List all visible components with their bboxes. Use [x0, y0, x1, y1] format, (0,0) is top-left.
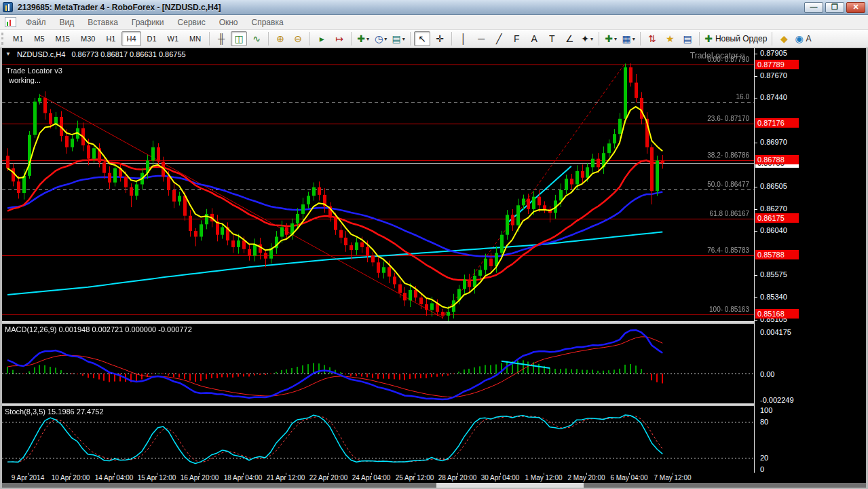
vertical-line-icon: │ — [461, 33, 467, 44]
zoom-out-button[interactable]: ⊖ — [290, 31, 306, 46]
zoom-in-button[interactable]: ⊕ — [272, 31, 288, 46]
toolbar-separator — [451, 32, 452, 46]
trendline-button[interactable]: ╱ — [491, 31, 507, 46]
stoch-scale-label: 80 — [760, 418, 768, 426]
price-axis-label: 0.86970 — [760, 138, 787, 146]
close-button[interactable]: ✕ — [846, 2, 865, 13]
pane-splitter-macd[interactable] — [2, 321, 866, 324]
timeframe-m30-button[interactable]: M30 — [76, 31, 100, 46]
time-axis[interactable]: 9 Apr 201410 Apr 20:0014 Apr 04:0015 Apr… — [2, 473, 866, 483]
chart-shift-button[interactable]: ↦ — [331, 31, 347, 46]
favorites-button[interactable]: ★ — [662, 31, 678, 46]
new-chart-button[interactable]: ✚▾ — [355, 31, 371, 46]
chart-ohlc-values: 0.86773 0.86817 0.86631 0.86755 — [71, 50, 185, 58]
text-label-icon: T — [549, 33, 555, 44]
auto-scroll-button[interactable]: ▸ — [314, 31, 330, 46]
level-price-tag: 0.85168 — [755, 309, 799, 319]
fib-level-label: 100- 0.85163 — [573, 306, 749, 313]
toolbar-separator — [410, 32, 411, 46]
macd-pane-canvas[interactable] — [2, 324, 754, 403]
horizontal-line-button[interactable]: ─ — [473, 31, 489, 46]
price-scale[interactable]: 0.879050.876700.874400.869700.865050.862… — [754, 48, 866, 473]
macd-scale-label: 0.004175 — [760, 328, 791, 336]
fib-level-label: 23.6- 0.87170 — [573, 115, 749, 122]
dropdown-arrow-icon[interactable]: ▾ — [590, 36, 593, 42]
dropdown-arrow-icon[interactable]: ▾ — [384, 36, 387, 42]
mailbox-button[interactable]: ◆ — [776, 31, 792, 46]
menu-item-view[interactable]: Вид — [53, 16, 81, 29]
menu-item-insert[interactable]: Вставка — [81, 16, 125, 29]
cursor-button[interactable]: ↖ — [414, 31, 430, 46]
text-icon: A — [531, 33, 537, 44]
time-axis-label: 2 May 20:00 — [567, 474, 605, 482]
period-windows-button[interactable]: ▦▾ — [620, 31, 637, 46]
period-windows-icon: ▦ — [622, 33, 631, 44]
stoch-pane-canvas[interactable] — [2, 406, 754, 473]
new-order-button[interactable]: ✚Новый Ордер — [703, 31, 768, 46]
time-axis-label: 14 Apr 04:00 — [95, 474, 134, 482]
price-axis-tick — [755, 76, 757, 77]
crosshair-button[interactable]: ✛ — [432, 31, 448, 46]
scrollbar-thumb[interactable] — [436, 483, 584, 488]
market-watch-button[interactable]: ▤ — [679, 31, 696, 46]
indicators-button[interactable]: ✚▾ — [603, 31, 619, 46]
maximize-button[interactable]: ❐ — [825, 2, 844, 13]
text-label-button[interactable]: T — [544, 31, 560, 46]
timeframe-h4-button[interactable]: H4 — [121, 31, 140, 46]
fibonacci-retracement-button[interactable]: F — [508, 31, 525, 46]
window-title: 2139685: MetaTrader 4 - RoboForex - [NZD… — [18, 3, 802, 12]
menu-item-service[interactable]: Сервис — [171, 16, 212, 29]
new-order-label: Новый Ордер — [715, 34, 767, 43]
autotrading-icon: ◉ — [795, 33, 803, 44]
price-axis-tick — [755, 209, 757, 210]
profiles-button[interactable]: ◷▾ — [373, 31, 389, 46]
timeframe-m5-button[interactable]: M5 — [29, 31, 49, 46]
dropdown-arrow-icon[interactable]: ▾ — [614, 36, 617, 42]
menu-item-file[interactable]: Файл — [19, 16, 53, 29]
indicator-name: Trade Locator v3 — [6, 66, 62, 75]
bar-chart-button[interactable]: ╫ — [213, 31, 229, 46]
zoom-in-icon: ⊕ — [276, 33, 284, 44]
price-axis-tick — [755, 98, 757, 98]
chart-shift-icon: ↦ — [335, 33, 343, 44]
minimize-button[interactable]: — — [804, 2, 823, 13]
timeframe-h1-button[interactable]: H1 — [101, 31, 120, 46]
stoch-pane-label: Stoch(8,3,5) 15.1986 27.4752 — [5, 408, 104, 416]
expert-advisors-button[interactable]: ⇅ — [644, 31, 660, 46]
fibonacci-fan-button[interactable]: ∠ — [561, 31, 578, 46]
menu-item-window[interactable]: Окно — [212, 16, 245, 29]
dropdown-arrow-icon[interactable]: ▾ — [633, 36, 635, 42]
text-button[interactable]: A — [526, 31, 542, 46]
toolbar-separator — [351, 32, 352, 46]
autotrading-button[interactable]: ◉А — [793, 31, 812, 46]
fib-level-label: 76.4- 0.85783 — [573, 247, 749, 254]
toolbar-separator — [599, 32, 599, 46]
price-axis-tick — [755, 275, 757, 276]
pane-splitter-stoch[interactable] — [2, 403, 866, 406]
line-chart-button[interactable]: ∿ — [248, 31, 265, 46]
dropdown-arrow-icon[interactable]: ▾ — [402, 36, 405, 42]
menu-item-charts[interactable]: Графики — [125, 16, 171, 29]
timeframe-d1-button[interactable]: D1 — [143, 31, 162, 46]
mailbox-icon: ◆ — [780, 33, 788, 44]
price-axis-tick — [755, 187, 757, 187]
vertical-line-button[interactable]: │ — [455, 31, 472, 46]
toolbar-grip — [1, 33, 5, 45]
candlestick-chart-button[interactable]: ◫ — [231, 31, 247, 46]
time-axis-label: 10 Apr 20:00 — [52, 474, 90, 482]
level-price-tag: 0.86788 — [755, 155, 799, 164]
menu-item-help[interactable]: Справка — [245, 16, 290, 29]
timeframe-m15-button[interactable]: M15 — [51, 31, 75, 46]
price-axis-label: 0.85575 — [760, 270, 787, 278]
fibonacci-retracement-icon: F — [514, 33, 520, 44]
symbol-dropdown-icon[interactable]: ▼ — [5, 51, 11, 57]
templates-button[interactable]: ▤▾ — [390, 31, 407, 46]
timeframe-w1-button[interactable]: W1 — [163, 31, 184, 46]
horizontal-scrollbar[interactable] — [2, 483, 866, 488]
level-price-tag: 0.87176 — [755, 118, 799, 128]
timeframe-mn-button[interactable]: MN — [185, 31, 206, 46]
timeframe-m1-button[interactable]: M1 — [8, 31, 28, 46]
dropdown-arrow-icon[interactable]: ▾ — [366, 36, 369, 42]
arrows-button[interactable]: ✦▾ — [579, 31, 595, 46]
price-axis-tick — [755, 297, 757, 298]
